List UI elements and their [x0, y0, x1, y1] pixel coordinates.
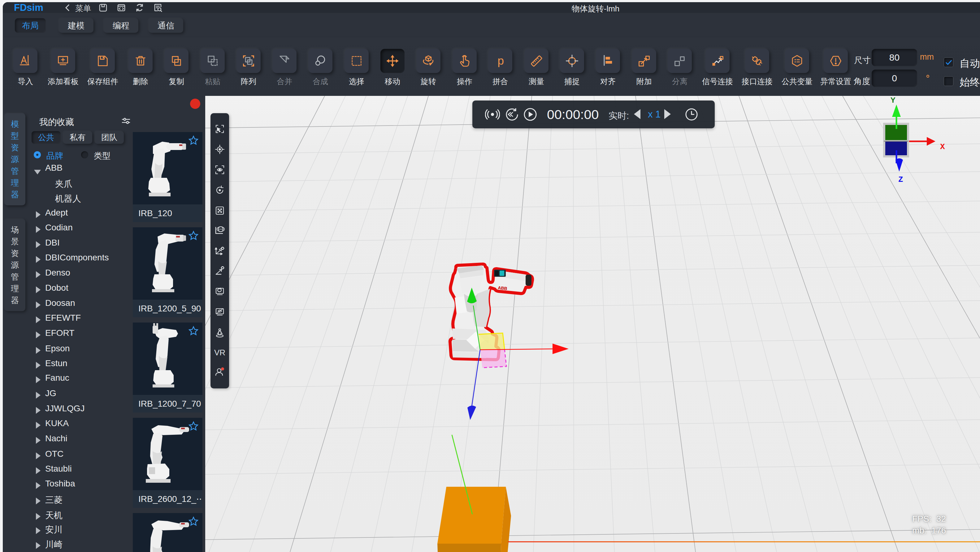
svg-text:Z: Z: [898, 175, 903, 184]
svg-text:p: p: [498, 54, 504, 67]
svg-text:ABB: ABB: [498, 285, 508, 291]
svg-text:Y: Y: [891, 96, 896, 105]
svg-text:X: X: [940, 142, 945, 152]
